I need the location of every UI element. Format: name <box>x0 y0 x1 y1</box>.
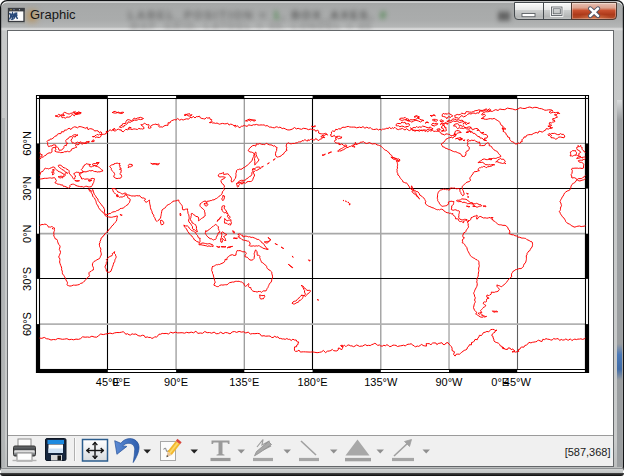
svg-text:0°E: 0°E <box>491 376 509 388</box>
svg-text:135°W: 135°W <box>364 376 398 388</box>
svg-text:60°N: 60°N <box>21 131 33 156</box>
svg-text:90°E: 90°E <box>164 376 188 388</box>
svg-text:0°N: 0°N <box>21 224 33 243</box>
svg-text:60°S: 60°S <box>21 312 33 336</box>
svg-text:135°E: 135°E <box>229 376 259 388</box>
svg-text:30°S: 30°S <box>21 267 33 291</box>
svg-text:180°E: 180°E <box>298 376 328 388</box>
svg-text:0°E: 0°E <box>112 376 130 388</box>
svg-text:30°N: 30°N <box>21 176 33 201</box>
svg-text:90°W: 90°W <box>435 376 463 388</box>
